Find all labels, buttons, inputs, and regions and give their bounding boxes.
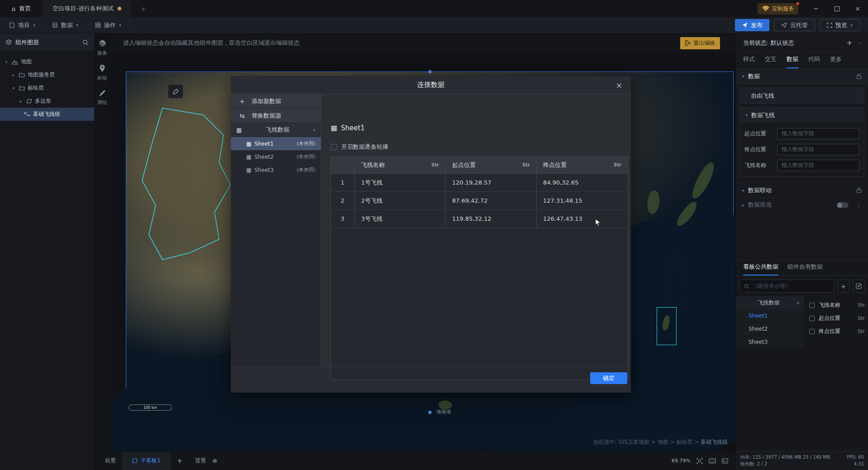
search-icon[interactable] (82, 39, 89, 46)
console-icon[interactable] (722, 458, 728, 464)
breadcrumb-item[interactable]: 地图 (658, 439, 668, 445)
field-checkbox[interactable] (809, 316, 815, 321)
selection-handle-top[interactable] (428, 70, 431, 73)
sub-board-tab[interactable]: 子看板1 (122, 451, 171, 470)
fit-screen-icon[interactable] (696, 458, 703, 464)
add-data-button[interactable]: + (837, 280, 849, 293)
selection-handle-bottom[interactable] (428, 411, 431, 414)
breadcrumb-item[interactable]: 标绘层 (676, 439, 692, 445)
cloud-host-button[interactable]: 云托管 (774, 19, 815, 31)
string-type-icon[interactable]: Str (614, 162, 621, 167)
data-linkage-row[interactable]: ▸ 数据联动 (736, 183, 868, 198)
carousel-toggle-row[interactable]: 开启数据逐条轮播 (331, 143, 388, 151)
caret-right-icon[interactable]: ▸ (11, 73, 16, 77)
confirm-button[interactable]: 确定 (590, 372, 627, 384)
data-filter-row[interactable]: ▸ 数据筛选 ⋮ (736, 198, 868, 213)
dataset-dropdown[interactable]: 飞线数据 ▾ (736, 296, 804, 309)
tab-interaction[interactable]: 交互 (765, 55, 777, 68)
foreground-label[interactable]: 前景 (99, 457, 122, 465)
dataset-dropdown[interactable]: ▦ 飞线数据 ▾ (231, 123, 321, 137)
field-checkbox[interactable] (809, 303, 815, 308)
header-cell[interactable]: 终点位置 Str (537, 157, 628, 173)
maximize-button[interactable] (826, 0, 847, 17)
editor-canvas[interactable]: 进入编辑状态会自动隐藏其他组件图层，双击空白区域退出编辑状态 退出编辑 (110, 33, 735, 451)
menu-operations[interactable]: 操作 ▾ (87, 17, 130, 33)
dataset-sheet-2[interactable]: Sheet2 (736, 323, 804, 336)
tool-plot[interactable]: 标绘 (97, 64, 107, 81)
add-state-button[interactable]: + (846, 38, 852, 47)
caret-right-icon[interactable]: ▸ (18, 99, 24, 104)
tree-item-polygon[interactable]: ▸ 多边形 (0, 95, 94, 108)
drop-field-end[interactable]: 拖入数据字段 (777, 144, 859, 155)
string-type-icon[interactable]: Str (431, 162, 439, 167)
menu-data[interactable]: 数据 ▾ (44, 17, 87, 33)
field-item[interactable]: 终点位置 Str (809, 325, 865, 338)
drop-field-name[interactable]: 拖入数据字段 (777, 160, 859, 171)
menu-bar: 项目 ▾ 数据 ▾ 操作 ▾ 发布 云托管 预览 ▾ (0, 17, 868, 33)
custom-service-badge[interactable]: 定制服务 (758, 3, 798, 14)
tab-board-data[interactable]: 看板公共数据 (743, 263, 778, 275)
tab-component-data[interactable]: 组件自有数据 (787, 263, 823, 275)
dataset-sheet-1[interactable]: Sheet1 (736, 309, 804, 323)
tree-item-map[interactable]: ▾ 地图 (0, 55, 94, 68)
plotted-rect-outline[interactable] (657, 307, 677, 345)
search-input[interactable]: （区分大小写） (739, 280, 834, 293)
tool-survey[interactable]: 测绘 (97, 89, 107, 106)
background-label[interactable]: 背景 (189, 457, 212, 465)
add-new-data-button[interactable]: + 添加新数据 (231, 94, 321, 109)
data-filter-toggle[interactable] (837, 202, 849, 208)
chevron-right-icon[interactable]: › (859, 40, 861, 46)
publish-button[interactable]: 发布 (735, 19, 769, 31)
tree-item-map-service-layer[interactable]: ▸ 地图服务层 (0, 68, 94, 81)
breadcrumb-item-current[interactable]: 基础飞线组 (701, 439, 728, 445)
data-section-header[interactable]: ▾ 数据 (736, 69, 868, 84)
edit-data-button[interactable] (853, 280, 865, 293)
table-row[interactable]: 1 1号飞线 120.19,28.57 84.90,32.65 (331, 174, 628, 192)
replace-source-button[interactable]: ⇆ 替换数据源 (231, 109, 321, 123)
tree-item-plot-layer[interactable]: ▾ 标绘层 (0, 81, 94, 95)
field-checkbox[interactable] (809, 329, 815, 334)
field-item[interactable]: 飞线名称 Str (809, 299, 865, 312)
add-board-button[interactable]: + (171, 457, 189, 465)
home-tab[interactable]: ⌂ 首页 (0, 0, 43, 17)
header-cell[interactable]: 飞线名称 Str (355, 157, 446, 173)
tab-code[interactable]: 代码 (808, 55, 820, 68)
field-item[interactable]: 起点位置 Str (809, 312, 865, 325)
add-new-data-label: 添加新数据 (252, 97, 281, 105)
circle-plus-icon[interactable]: ⊕ (212, 457, 217, 464)
exit-edit-button[interactable]: 退出编辑 (680, 37, 720, 49)
breadcrumb-item[interactable]: GIS卫星地图 (618, 439, 649, 445)
more-options-icon[interactable]: ⋮ (856, 202, 862, 209)
tab-style[interactable]: 样式 (743, 55, 755, 68)
free-flyline-card[interactable]: › 自由飞线 (739, 88, 864, 104)
caret-down-icon[interactable]: ▾ (11, 86, 16, 90)
menu-project[interactable]: 项目 ▾ (1, 17, 44, 33)
tab-data[interactable]: 数据 (787, 55, 798, 68)
dataset-sheet-3[interactable]: Sheet3 (736, 336, 804, 349)
table-row[interactable]: 2 2号飞线 87.69,42.72 127.31,48.15 (331, 192, 628, 210)
project-tab[interactable]: 空白项目-进行各种测试 (43, 0, 131, 17)
tab-more[interactable]: 更多 (830, 55, 842, 68)
close-button[interactable]: × (847, 0, 868, 17)
tool-service[interactable]: 服务 (97, 39, 107, 57)
lock-icon[interactable] (856, 73, 862, 79)
brush-tool-button[interactable] (168, 85, 183, 98)
preview-button[interactable]: 预览 ▾ (820, 19, 860, 31)
string-type-icon[interactable]: Str (522, 162, 530, 167)
sheet-item-3[interactable]: ▦ Sheet3 (未使用) (231, 163, 321, 176)
new-tab-button[interactable]: ＋ (131, 0, 155, 17)
minimize-button[interactable]: ─ (806, 0, 826, 17)
lock-icon[interactable] (856, 187, 862, 193)
sheet-item-2[interactable]: ▦ Sheet2 (未使用) (231, 150, 321, 163)
caret-down-icon[interactable]: ▾ (4, 60, 9, 64)
header-cell[interactable]: 起点位置 Str (446, 157, 537, 173)
keyboard-icon[interactable] (709, 458, 716, 464)
carousel-checkbox[interactable] (331, 144, 337, 150)
zoom-level[interactable]: 69.79% (672, 458, 691, 464)
modal-close-button[interactable]: × (614, 80, 625, 90)
sheet-item-1[interactable]: ▦ Sheet1 (未使用) (231, 137, 321, 150)
tree-item-flyline-group[interactable]: 基础飞线组 (0, 108, 94, 121)
data-flyline-header[interactable]: ▾ 数据飞线 (740, 108, 864, 123)
table-row[interactable]: 3 3号飞线 119.85,32.12 126.47,43.13 (331, 210, 628, 228)
drop-field-start[interactable]: 拖入数据字段 (777, 128, 859, 139)
